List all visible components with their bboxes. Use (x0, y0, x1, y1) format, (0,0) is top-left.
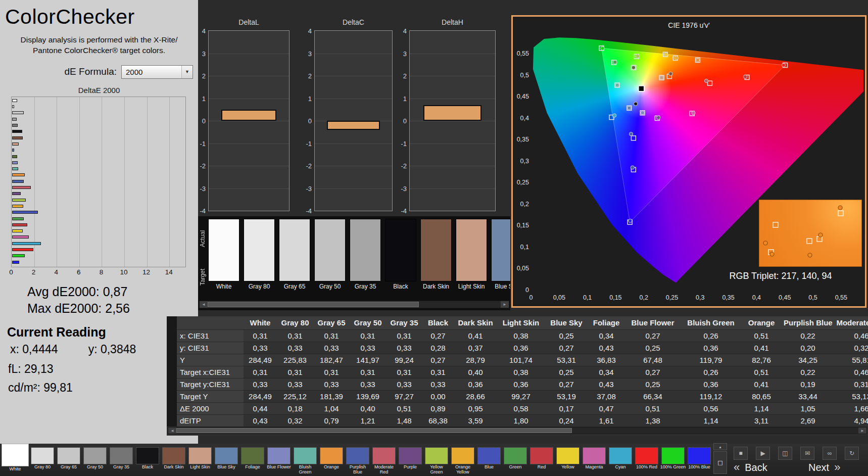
column-header[interactable]: Purplish Blue (782, 316, 834, 329)
patch-button-100-green[interactable]: 100% Green (660, 444, 686, 476)
chart-title: DeltaL (208, 18, 290, 29)
gridline (410, 188, 495, 189)
strip-swatch[interactable]: Gray 65 (279, 219, 310, 290)
x-axis-tick-label: 0,4 (752, 294, 761, 301)
collapse-button[interactable]: ▴ (713, 443, 727, 450)
swatch-label: Dark Skin (420, 283, 452, 290)
scroll-left-arrow[interactable]: ◄ (168, 427, 176, 434)
next-button[interactable]: Next » (808, 460, 840, 474)
column-header[interactable]: Orange (741, 316, 782, 329)
table-cell: 0,17 (545, 402, 588, 414)
scroll-right-arrow[interactable]: ► (501, 301, 509, 308)
strip-swatch[interactable]: Gray 35 (350, 219, 381, 290)
report-button[interactable]: ✉ (800, 447, 814, 460)
patch-button-gray-35[interactable]: Gray 35 (108, 444, 134, 476)
column-header[interactable]: Gray 80 (277, 316, 313, 329)
patch-button-foliage[interactable]: Foliage (239, 444, 266, 476)
deltae-bar (12, 118, 17, 121)
strip-swatch[interactable]: Gray 80 (244, 219, 275, 290)
patch-button-dark-skin[interactable]: Dark Skin (161, 444, 187, 476)
y-axis-tick-label: -1 (401, 139, 407, 147)
play-button[interactable]: ▶ (756, 447, 770, 460)
table-cell: 0,22 (782, 329, 834, 342)
table-cell: 0,33 (350, 342, 386, 354)
scroll-thumb[interactable] (208, 302, 419, 307)
strip-swatch[interactable]: Black (385, 219, 416, 290)
patch-button-red[interactable]: Red (528, 444, 555, 476)
pattern-window-button[interactable]: ◻ (713, 451, 727, 474)
patch-button-blue-sky[interactable]: Blue Sky (213, 444, 239, 476)
strip-swatch[interactable]: Gray 50 (314, 219, 346, 290)
patch-button-bluish-green[interactable]: Bluish Green (292, 444, 318, 476)
strip-swatch[interactable]: Dark Skin (420, 219, 452, 290)
patch-button-green[interactable]: Green (502, 444, 528, 476)
strip-scrollbar[interactable]: ◄► (199, 301, 509, 308)
patch-swatch (372, 447, 396, 464)
patch-swatch (451, 447, 474, 464)
column-header[interactable]: Gray 65 (313, 316, 350, 329)
patch-button-black[interactable]: Black (134, 444, 161, 476)
patch-swatch (83, 447, 107, 464)
deltae-bar (12, 229, 23, 232)
column-header[interactable]: Moderate Red (834, 316, 868, 329)
scroll-thumb[interactable] (176, 428, 572, 433)
table-cell: 0,31 (277, 366, 313, 378)
column-header[interactable]: Bluish Green (681, 316, 741, 329)
continuous-measure-button[interactable]: ∞ (823, 447, 837, 460)
swatch-label: White (208, 283, 239, 290)
column-header[interactable]: Blue Flower (624, 316, 681, 329)
column-header[interactable]: Black (422, 316, 454, 329)
y-axis-tick-label: 0,1 (513, 244, 529, 251)
patch-button-gray-50[interactable]: Gray 50 (82, 444, 108, 476)
x-axis-tick-label: 0,35 (722, 294, 734, 301)
column-header[interactable]: Light Skin (497, 316, 545, 329)
cie-inset-markers (759, 200, 861, 266)
column-header[interactable]: Dark Skin (454, 316, 497, 329)
patch-button-orange[interactable]: Orange (318, 444, 345, 476)
back-button[interactable]: « Back (734, 460, 767, 474)
column-header[interactable]: Gray 35 (386, 316, 422, 329)
strip-swatch[interactable]: Blue Sky (491, 219, 510, 290)
patch-button-gray-80[interactable]: Gray 80 (29, 444, 56, 476)
deltae-bar (12, 261, 19, 264)
patch-button-yellow-green[interactable]: Yellow Green (423, 444, 450, 476)
scroll-right-arrow[interactable]: ► (858, 427, 866, 434)
patch-button-yellow[interactable]: Yellow (555, 444, 581, 476)
patch-button-blue[interactable]: Blue (476, 444, 502, 476)
refresh-button[interactable]: ↻ (845, 447, 859, 460)
table-scrollbar[interactable]: ◄► (168, 427, 867, 434)
patch-button-purplish-blue[interactable]: Purplish Blue (345, 444, 371, 476)
patch-button-100-blue[interactable]: 100% Blue (686, 444, 712, 476)
table-cell: 0,31 (350, 366, 386, 378)
y-axis-tick-label: -4 (306, 207, 312, 215)
column-header[interactable]: Gray 50 (350, 316, 386, 329)
patch-button-purple[interactable]: Purple (397, 444, 423, 476)
table-cell: 0,31 (350, 329, 386, 342)
patch-button-moderate-red[interactable]: Moderate Red (371, 444, 397, 476)
strip-swatch[interactable]: White (208, 219, 239, 290)
dual-window-button[interactable]: ◫ (778, 447, 792, 460)
stop-button[interactable]: ■ (734, 447, 748, 460)
y-axis-tick-label: 0 (202, 117, 206, 125)
patch-button-orange-yellow[interactable]: Orange Yellow (450, 444, 476, 476)
patch-swatch (399, 447, 422, 464)
patch-button-white[interactable]: White (1, 444, 29, 476)
scroll-track[interactable] (208, 301, 501, 308)
patch-button-light-skin[interactable]: Light Skin (187, 444, 213, 476)
scroll-left-arrow[interactable]: ◄ (200, 301, 208, 308)
swatch-label: Gray 50 (314, 283, 346, 290)
patch-button-gray-65[interactable]: Gray 65 (56, 444, 82, 476)
patch-button-magenta[interactable]: Magenta (581, 444, 607, 476)
patch-button-cyan[interactable]: Cyan (607, 444, 634, 476)
strip-swatch[interactable]: Light Skin (456, 219, 487, 290)
scroll-track[interactable] (176, 427, 858, 434)
patch-button-blue-flower[interactable]: Blue Flower (266, 444, 292, 476)
column-header[interactable]: White (244, 316, 277, 329)
column-header[interactable]: Foliage (588, 316, 624, 329)
column-header[interactable]: Blue Sky (545, 316, 588, 329)
table-cell: 0,47 (588, 402, 624, 414)
table-cell: 2,69 (782, 414, 834, 426)
measurement-table-grid: WhiteGray 80Gray 65Gray 50Gray 35BlackDa… (177, 316, 868, 427)
de-formula-dropdown[interactable]: 2000 ▼ (121, 65, 193, 79)
patch-button-100-red[interactable]: 100% Red (634, 444, 660, 476)
